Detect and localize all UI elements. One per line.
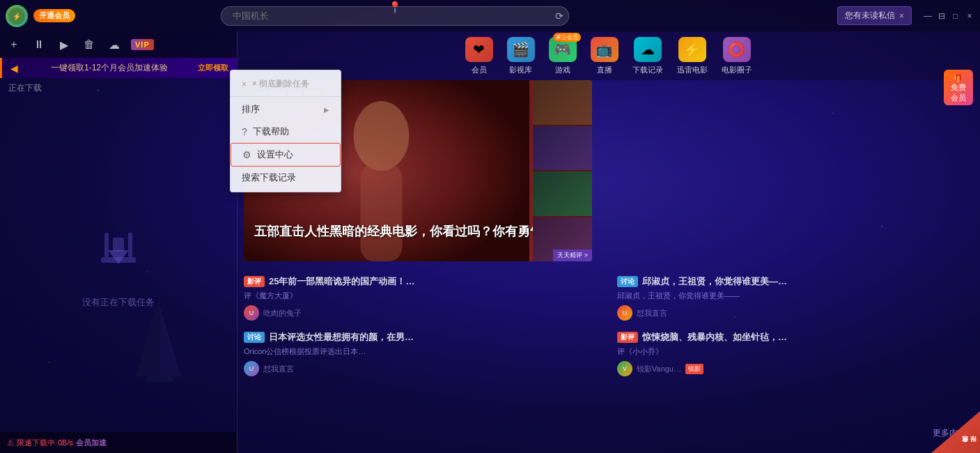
videos-icon: 🎬: [507, 37, 535, 62]
menu-item-close[interactable]: × × 彻底删除任务: [231, 73, 341, 95]
left-panel: ◀ 一键领取1-12个月会员加速体验 立即领取 正在下载 没有正在下载任务 已完…: [0, 58, 237, 453]
titlebar: ⚡ 开通会员 📍 ⟳ 您有未读私信 × — ⊟ □ ×: [0, 0, 980, 31]
limit-icon: ⚠: [7, 438, 14, 447]
nav-label-records: 下载记录: [632, 65, 663, 75]
thumb-1[interactable]: [533, 80, 592, 125]
nav-item-member[interactable]: ❤ 会员: [465, 37, 493, 75]
menu-settings-label: 设置中心: [257, 148, 293, 161]
user-name-0: 吃肉的兔子: [263, 308, 302, 318]
nav-item-thunder-movie[interactable]: ⚡ 迅雷电影: [677, 37, 708, 75]
open-vip-button[interactable]: 开通会员: [33, 9, 75, 22]
nav-label-thunder-movie: 迅雷电影: [677, 65, 708, 75]
thunder-movie-icon: ⚡: [678, 37, 706, 62]
discussion-item-3[interactable]: 影评 惊悚烧脑、残暴内核、如坐针毡，… 评《小小乔》 V 锐影Vangu… 锐影: [617, 331, 980, 376]
vip-accelerate-text: 会员加速: [76, 438, 107, 448]
free-vip-button[interactable]: 🎁 免费会员: [944, 70, 973, 105]
svg-rect-7: [128, 233, 132, 257]
thumb-label: 天天精评 >: [553, 249, 592, 261]
member-icon: ❤: [465, 37, 493, 62]
help-icon: ?: [242, 126, 247, 137]
free-vip-text: 免费会员: [951, 82, 966, 102]
discussion-item-1[interactable]: 讨论 邱淑贞，王祖贤，你觉得谁更美—… 邱淑贞，王祖贤，你觉得谁更美—— U 怼…: [617, 275, 980, 321]
win-minimize-button[interactable]: —: [923, 11, 933, 21]
delete-button[interactable]: 🗑: [81, 36, 98, 53]
disc-tag-3: 影评: [617, 332, 638, 343]
discussion-item-2[interactable]: 讨论 日本评选女性最想拥有的颜，在男… Oricon公信榜根据投票评选出日本… …: [244, 331, 607, 376]
records-icon: ☁: [634, 37, 662, 62]
user-avatar-3: V: [617, 361, 632, 376]
disc-tag-1: 讨论: [617, 276, 638, 287]
main-content: 热门讨论 / 05 DEC 五部直击人性黑暗的经典电影，你看过吗？你有勇气看吗？…: [237, 80, 980, 453]
thumbnail-strip: 天天精评 >: [533, 80, 592, 261]
disc-subtitle-0: 评《魔方大厦》: [244, 291, 607, 301]
disc-user-2: U 怼我直言: [244, 361, 607, 376]
empty-download-icon: [91, 222, 146, 288]
user-avatar-0: U: [244, 305, 259, 321]
menu-sort-label: 排序: [242, 103, 260, 116]
discussion-grid: 影评 25年前一部黑暗诡异的国产动画！… 评《魔方大厦》 U 吃肉的兔子 讨论 …: [244, 275, 980, 376]
thumb-2[interactable]: [533, 126, 592, 171]
disc-title-text-3: 惊悚烧脑、残暴内核、如坐针毡，…: [642, 331, 787, 344]
user-avatar-2: U: [244, 361, 259, 376]
promo-banner: ◀ 一键领取1-12个月会员加速体验 立即领取: [0, 58, 237, 78]
disc-title-text-1: 邱淑贞，王祖贤，你觉得谁更美—…: [642, 275, 787, 288]
speed-bar: ⚠ 限速下载中 0B/s 会员加速: [0, 432, 237, 453]
pause-button[interactable]: ⏸: [31, 36, 47, 53]
claim-button[interactable]: 立即领取: [198, 63, 228, 73]
app-logo: ⚡: [6, 5, 28, 27]
nav-item-videos[interactable]: 🎬 影视库: [507, 37, 535, 75]
notification-close-button[interactable]: ×: [899, 11, 904, 21]
menu-item-settings[interactable]: ⚙ 设置中心: [231, 143, 341, 167]
disc-subtitle-2: Oricon公信榜根据投票评选出日本…: [244, 346, 607, 357]
nav-label-movie-circle: 电影圈子: [722, 65, 752, 75]
disc-title-1: 讨论 邱淑贞，王祖贤，你觉得谁更美—…: [617, 275, 980, 288]
disc-title-0: 影评 25年前一部黑暗诡异的国产动画！…: [244, 275, 607, 288]
disc-tag-0: 影评: [244, 276, 265, 287]
menu-search-log-label: 搜索下载记录: [242, 171, 296, 184]
empty-text: 没有正在下载任务: [82, 296, 155, 309]
free-vip-icon: 🎁: [951, 72, 966, 82]
disc-subtitle-1: 邱淑贞，王祖贤，你觉得谁更美——: [617, 291, 980, 301]
titlebar-right: 您有未读私信 × — ⊟ □ ×: [837, 6, 974, 25]
disc-user-1: U 怼我直言: [617, 305, 980, 321]
menu-item-sort[interactable]: 排序 ▶: [231, 98, 341, 121]
location-pin-icon: 📍: [388, 1, 402, 14]
vip-badge: VIP: [131, 39, 154, 50]
notification-box: 您有未读私信 ×: [837, 6, 912, 25]
live-icon: 📺: [591, 37, 619, 62]
user-avatar-1: U: [617, 305, 632, 321]
discussion-item-0[interactable]: 影评 25年前一部黑暗诡异的国产动画！… 评《魔方大厦》 U 吃肉的兔子: [244, 275, 607, 321]
win-restore-button[interactable]: ⊟: [937, 11, 947, 21]
add-download-button[interactable]: +: [6, 36, 22, 53]
search-icon[interactable]: ⟳: [555, 10, 563, 22]
empty-download-area: 没有正在下载任务: [0, 98, 237, 432]
speed-limit-label: 限速下载中: [17, 438, 55, 448]
nav-label-games: 游戏: [555, 65, 570, 75]
nav-item-live[interactable]: 📺 直播: [591, 37, 619, 75]
download-toolbar: + ⏸ ▶ 🗑 ☁ VIP: [0, 31, 237, 58]
win-maximize-button[interactable]: □: [951, 11, 960, 21]
nav-item-movie-circle[interactable]: ⭕ 电影圈子: [722, 37, 752, 75]
disc-user-0: U 吃肉的兔子: [244, 305, 607, 321]
promo-arrow-icon: ◀: [10, 63, 18, 74]
menu-arrow-icon: ▶: [324, 106, 329, 114]
nav-item-games[interactable]: 🎮 家公会员 游戏: [549, 37, 577, 75]
win-close-button[interactable]: ×: [965, 11, 974, 21]
cloud-button[interactable]: ☁: [106, 36, 123, 53]
menu-item-search-log[interactable]: 搜索下载记录: [231, 167, 341, 189]
menu-item-help[interactable]: ? 下载帮助: [231, 121, 341, 143]
nav-label-live: 直播: [597, 65, 612, 75]
resume-button[interactable]: ▶: [56, 36, 72, 53]
disc-title-text-2: 日本评选女性最想拥有的颜，在男…: [269, 331, 414, 344]
disc-tag-2: 讨论: [244, 332, 265, 343]
user-name-1: 怼我直言: [637, 308, 667, 318]
menu-help-label: 下载帮助: [253, 125, 289, 138]
thumb-3[interactable]: [533, 171, 592, 216]
speed-value: 0B/s: [58, 438, 73, 447]
nav-item-records[interactable]: ☁ 下载记录: [632, 37, 663, 75]
notification-text: 您有未读私信: [845, 10, 895, 22]
context-menu: × × 彻底删除任务 排序 ▶ ? 下载帮助 ⚙ 设置中心 搜索下载记录: [230, 70, 341, 192]
promo-text: 一键领取1-12个月会员加速体验: [51, 62, 168, 74]
svg-rect-6: [104, 233, 109, 257]
speed-indicator: ⚠ 限速下载中 0B/s 会员加速: [7, 438, 107, 448]
